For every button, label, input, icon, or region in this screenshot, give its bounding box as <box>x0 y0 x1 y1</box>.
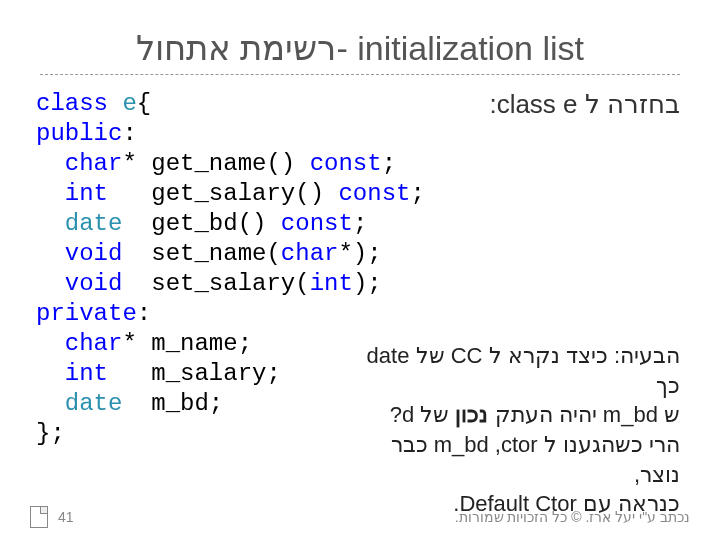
kw-char: char <box>281 240 339 267</box>
annotation-span: ש m_bd יהיה העתק <box>488 402 680 427</box>
kw-int: int <box>36 360 108 387</box>
slide-title: רשימת אתחול- initialization list <box>30 28 690 68</box>
annotation-line2: ש m_bd יהיה העתק נכון של d? <box>360 400 680 430</box>
code-text: set_salary( <box>122 270 309 297</box>
type-date: date <box>36 390 122 417</box>
kw-const: const <box>338 180 410 207</box>
content-area: בחזרה ל class e: class e{ public: char* … <box>30 89 690 449</box>
annotation-bold: נכון <box>455 402 488 427</box>
type-date: date <box>36 210 122 237</box>
annotation-span: של d? <box>390 402 456 427</box>
kw-public: public <box>36 120 122 147</box>
kw-class: class <box>36 90 122 117</box>
page-number: 41 <box>58 509 74 525</box>
code-text: m_salary; <box>108 360 281 387</box>
semi: ; <box>353 210 367 237</box>
colon: : <box>122 120 136 147</box>
semi: ; <box>410 180 424 207</box>
footer: 41 נכתב ע"י יעל ארז. © כל הזכויות שמורות… <box>30 506 690 528</box>
title-divider <box>40 74 680 75</box>
code-text: *); <box>338 240 381 267</box>
code-text: set_name( <box>122 240 280 267</box>
footer-credit: נכתב ע"י יעל ארז. © כל הזכויות שמורות. <box>455 509 690 525</box>
semi: ; <box>382 150 396 177</box>
kw-void: void <box>36 240 122 267</box>
kw-int: int <box>36 180 108 207</box>
colon: : <box>137 300 151 327</box>
document-icon <box>30 506 48 528</box>
code-text: get_salary() <box>108 180 338 207</box>
subtitle: בחזרה ל class e: <box>489 89 680 120</box>
type-e: e <box>122 90 136 117</box>
code-text: ); <box>353 270 382 297</box>
code-text: * get_name() <box>122 150 309 177</box>
kw-int: int <box>310 270 353 297</box>
end-brace: }; <box>36 420 65 447</box>
annotation-line1: הבעיה: כיצד נקרא ל CC של date כך <box>360 341 680 400</box>
annotation-line3: הרי כשהגענו ל m_bd ,ctor כבר נוצר, <box>360 430 680 489</box>
code-text: m_bd; <box>122 390 223 417</box>
annotation-text: הבעיה: כיצד נקרא ל CC של date כך ש m_bd … <box>360 341 680 519</box>
code-text: * m_name; <box>122 330 252 357</box>
kw-char: char <box>36 330 122 357</box>
code-text: get_bd() <box>122 210 280 237</box>
brace: { <box>137 90 151 117</box>
kw-const: const <box>310 150 382 177</box>
kw-char: char <box>36 150 122 177</box>
kw-private: private <box>36 300 137 327</box>
footer-left: 41 <box>30 506 74 528</box>
kw-const: const <box>281 210 353 237</box>
kw-void: void <box>36 270 122 297</box>
